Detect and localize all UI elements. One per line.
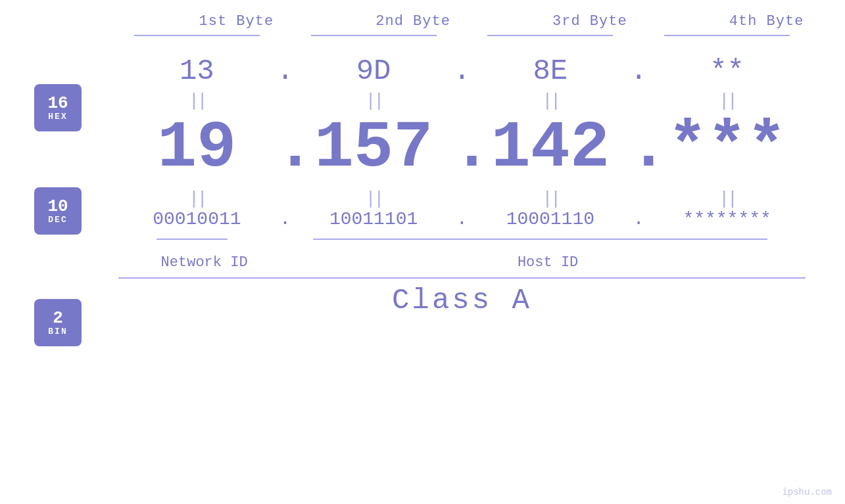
eq1-b2: ||: [295, 91, 452, 111]
host-id-label: Host ID: [290, 254, 806, 271]
byte4-header: 4th Byte: [688, 13, 845, 30]
dec-dot2: .: [452, 111, 472, 185]
eq-sign-1-3: ||: [542, 91, 559, 111]
bottom-brackets: [39, 232, 806, 252]
dec-base-num: 10: [47, 198, 68, 215]
eq-sign-1-2: ||: [365, 91, 382, 111]
dec-dot3: .: [629, 111, 648, 185]
hex-b4-cell: **: [648, 55, 806, 87]
hex-b2: 9D: [356, 55, 391, 87]
labels-row: Network ID Host ID: [39, 254, 806, 271]
bin-dot1: .: [276, 209, 295, 229]
dec-row: 19 . 157 . 142 . ***: [39, 111, 806, 185]
hex-dot1: .: [276, 55, 295, 87]
eq1-b1: ||: [118, 91, 276, 111]
bin-base-label: 2 BIN: [34, 299, 82, 346]
eq-sign-2-1: ||: [189, 189, 206, 209]
bracket-b3: [472, 30, 629, 41]
dec-base-text: DEC: [48, 215, 67, 225]
bin-dot2: .: [452, 209, 472, 229]
equals-row-2: || || || ||: [39, 189, 806, 209]
dec-dot1: .: [276, 111, 295, 185]
hex-dot3: .: [629, 55, 648, 87]
dec-b4: ***: [668, 111, 786, 185]
byte2-header: 2nd Byte: [335, 13, 492, 30]
eq2-b1: ||: [118, 189, 276, 209]
bin-b3: 10001110: [506, 209, 594, 229]
hex-b1-cell: 13: [118, 55, 276, 87]
bin-b3-cell: 10001110: [472, 209, 629, 229]
hex-b3: 8E: [533, 55, 567, 87]
host-bracket: [313, 239, 767, 240]
byte1-header: 1st Byte: [158, 13, 315, 30]
watermark: ipshu.com: [782, 487, 832, 497]
eq-sign-1-1: ||: [189, 91, 206, 111]
network-id-label: Network ID: [118, 254, 290, 271]
bin-b2-cell: 10011101: [295, 209, 452, 229]
dec-b1-cell: 19: [118, 111, 276, 185]
hex-row: 13 . 9D . 8E . **: [39, 55, 806, 87]
byte-headers: 1st Byte 2nd Byte 3rd Byte 4th Byte: [79, 13, 845, 30]
bin-b1-cell: 00010011: [118, 209, 276, 229]
bin-b1: 00010011: [153, 209, 241, 229]
dec-b1: 19: [157, 111, 236, 185]
eq2-b2: ||: [295, 189, 452, 209]
eq-sign-1-4: ||: [719, 91, 736, 111]
bin-b4-cell: ********: [648, 209, 806, 229]
bin-base-num: 2: [53, 309, 63, 327]
eq1-b3: ||: [472, 91, 629, 111]
top-brackets: [39, 30, 806, 41]
bin-row: 00010011 . 10011101 . 10001110 . *******…: [39, 209, 806, 229]
class-label: Class A: [118, 284, 806, 317]
bin-b2: 10011101: [329, 209, 418, 229]
dec-b2: 157: [314, 111, 433, 185]
bracket-b2: [295, 30, 452, 41]
hex-b1: 13: [180, 55, 214, 87]
bin-base-text: BIN: [48, 327, 67, 336]
network-bracket: [157, 239, 228, 240]
class-line: [118, 277, 806, 279]
class-container: Class A: [39, 277, 806, 317]
main-container: 1st Byte 2nd Byte 3rd Byte 4th Byte 13 .: [0, 0, 845, 504]
dec-b3-cell: 142: [472, 111, 629, 185]
byte3-header: 3rd Byte: [512, 13, 669, 30]
dec-base-label: 10 DEC: [34, 187, 82, 235]
hex-base-text: HEX: [48, 112, 67, 122]
eq2-b3: ||: [472, 189, 629, 209]
equals-row-1: || || || ||: [39, 91, 806, 111]
hex-base-label: 16 HEX: [34, 84, 82, 131]
dec-b2-cell: 157: [295, 111, 452, 185]
hex-b4: **: [710, 55, 744, 87]
bin-b4: ********: [683, 209, 771, 229]
eq-sign-2-3: ||: [542, 189, 559, 209]
eq2-b4: ||: [648, 189, 806, 209]
eq-sign-2-4: ||: [719, 189, 736, 209]
bracket-b4: [648, 30, 806, 41]
hex-b3-cell: 8E: [472, 55, 629, 87]
bin-dot3: .: [629, 209, 648, 229]
bracket-b1: [118, 30, 276, 41]
hex-base-num: 16: [47, 95, 68, 112]
hex-dot2: .: [452, 55, 472, 87]
eq1-b4: ||: [648, 91, 806, 111]
hex-b2-cell: 9D: [295, 55, 452, 87]
dec-b4-cell: ***: [648, 111, 806, 185]
eq-sign-2-2: ||: [365, 189, 382, 209]
dec-b3: 142: [491, 111, 610, 185]
